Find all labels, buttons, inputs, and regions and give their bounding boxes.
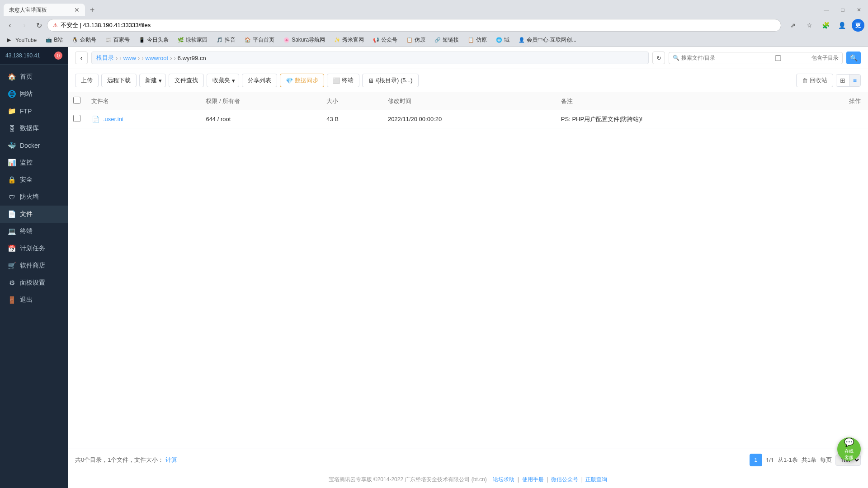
bookmark-item[interactable]: 🌿绿软家园 — [174, 35, 211, 45]
bookmark-item[interactable]: 🌸Sakura导航网 — [280, 35, 329, 45]
bookmark-item[interactable]: ▶YouTube — [4, 36, 40, 44]
sidebar-item-终端[interactable]: 💻终端 — [0, 223, 68, 240]
bookmark-item[interactable]: 📢公众号 — [369, 35, 401, 45]
share-list-button[interactable]: 分享列表 — [242, 74, 277, 87]
nav-item-label: 计划任务 — [20, 244, 45, 253]
sidebar-item-软件商店[interactable]: 🛒软件商店 — [0, 257, 68, 274]
sidebar-item-退出[interactable]: 🚪退出 — [0, 291, 68, 309]
tab-close-button[interactable]: ✕ — [74, 6, 80, 14]
new-tab-button[interactable]: + — [87, 5, 98, 15]
breadcrumb-item[interactable]: wwwroot — [146, 55, 169, 61]
minimize-button[interactable]: — — [821, 5, 832, 15]
remote-download-button[interactable]: 远程下载 — [101, 74, 137, 87]
bookmark-item[interactable]: 🌐域 — [492, 35, 513, 45]
terminal-button[interactable]: ⬜ 终端 — [327, 74, 359, 87]
sidebar-item-Docker[interactable]: 🐳Docker — [0, 137, 68, 154]
sidebar-item-FTP[interactable]: 📁FTP — [0, 103, 68, 120]
bookmarks-button[interactable]: 收藏夹 ▾ — [207, 74, 239, 87]
upload-button[interactable]: 上传 — [75, 74, 99, 87]
col-remark: 备注 — [556, 92, 803, 110]
cast-button[interactable]: ⇗ — [787, 19, 799, 32]
account-button[interactable]: 更 — [852, 19, 864, 32]
bookmark-item[interactable]: 📋仿原 — [464, 35, 491, 45]
sidebar-item-防火墙[interactable]: 🛡防火墙 — [0, 188, 68, 206]
bookmark-item[interactable]: 📺B站 — [42, 35, 66, 45]
sidebar-item-安全[interactable]: 🔒安全 — [0, 171, 68, 188]
bookmark-item[interactable]: 📱今日头条 — [135, 35, 172, 45]
reload-button[interactable]: ↻ — [33, 19, 45, 32]
breadcrumb-path: 根目录 ››www ››wwwroot ››6.wyr99.cn — [91, 52, 649, 64]
sidebar-item-网站[interactable]: 🌐网站 — [0, 85, 68, 103]
address-input[interactable] — [61, 22, 775, 29]
calc-link[interactable]: 计算 — [165, 456, 177, 464]
bookmarks-bar: ▶YouTube📺B站🐧企鹅号📰百家号📱今日头条🌿绿软家园🎵抖音🏠平台首页🌸Sa… — [0, 34, 868, 47]
notification-badge: 0 — [54, 52, 62, 60]
bookmark-item[interactable]: 🏠平台首页 — [241, 35, 278, 45]
nav-icon: 🐳 — [7, 141, 16, 150]
bookmark-button[interactable]: ☆ — [803, 19, 816, 32]
path-icon: 🖥 — [368, 77, 374, 84]
sidebar-item-面板设置[interactable]: ⚙面板设置 — [0, 274, 68, 291]
search-button[interactable]: 🔍 — [846, 52, 861, 64]
page-1-button[interactable]: 1 — [750, 454, 762, 466]
nav-item-label: 安全 — [20, 176, 33, 184]
sidebar-item-数据库[interactable]: 🗄数据库 — [0, 120, 68, 137]
bookmark-item[interactable]: 📋仿原 — [403, 35, 429, 45]
breadcrumb-back-button[interactable]: ‹ — [75, 52, 88, 64]
sidebar-item-首页[interactable]: 🏠首页 — [0, 68, 68, 85]
sidebar-item-文件[interactable]: 📄文件 — [0, 206, 68, 223]
breadcrumb-separator: › — [138, 55, 140, 61]
file-modified: 2022/11/20 00:00:20 — [382, 110, 556, 128]
chat-line2: 客服 — [844, 455, 854, 461]
nav-item-label: 首页 — [20, 73, 33, 81]
page-total-label: 共1条 — [802, 456, 816, 464]
nav-menu: 🏠首页🌐网站📁FTP🗄数据库🐳Docker📊监控🔒安全🛡防火墙📄文件💻终端📅计划… — [0, 65, 68, 488]
recycle-icon: 🗑 — [802, 77, 808, 84]
table-body: 📄 .user.ini 644 / root 43 B 2022/11/20 0… — [68, 110, 868, 128]
bookmark-item[interactable]: 🐧企鹅号 — [68, 35, 100, 45]
row-checkbox[interactable] — [73, 115, 80, 122]
close-window-button[interactable]: ✕ — [854, 5, 864, 15]
browser-tab[interactable]: 未愈人宝塔面板 ✕ — [4, 4, 85, 16]
search-input[interactable] — [681, 55, 745, 61]
include-subdir-checkbox[interactable] — [746, 55, 810, 61]
file-actions — [803, 110, 868, 128]
find-button[interactable]: 文件查找 — [169, 74, 204, 87]
bookmark-item[interactable]: 📰百家号 — [102, 35, 133, 45]
bookmark-item[interactable]: ✨秀米官网 — [330, 35, 368, 45]
forward-button[interactable]: › — [18, 19, 31, 32]
sidebar-item-计划任务[interactable]: 📅计划任务 — [0, 240, 68, 257]
list-view-button[interactable]: ≡ — [849, 75, 860, 86]
breadcrumb-item[interactable]: www — [123, 55, 136, 61]
select-all-checkbox[interactable] — [73, 97, 80, 104]
nav-item-label: 网站 — [20, 90, 33, 98]
bookmark-item[interactable]: 🎵抖音 — [213, 35, 239, 45]
file-name-link[interactable]: .user.ini — [103, 116, 123, 122]
nav-item-label: 数据库 — [20, 124, 39, 132]
bookmark-item[interactable]: 👤会员中心-互联网创... — [515, 35, 580, 45]
official-link[interactable]: 正版查询 — [585, 476, 607, 483]
profile-menu-button[interactable]: 👤 — [835, 19, 848, 32]
new-button[interactable]: 新建 ▾ — [139, 74, 166, 87]
refresh-button[interactable]: ↻ — [652, 52, 665, 64]
maximize-button[interactable]: □ — [837, 5, 848, 15]
path-button[interactable]: 🖥 /(根目录) (5...) — [362, 74, 419, 87]
stats-text: 共0个目录，1个文件，文件大小： — [75, 456, 164, 464]
nav-item-label: 面板设置 — [20, 279, 45, 287]
sidebar-item-监控[interactable]: 📊监控 — [0, 154, 68, 171]
back-button[interactable]: ‹ — [4, 19, 16, 32]
breadcrumb-item[interactable]: 根目录 — [96, 54, 114, 62]
nav-icon: 🚪 — [7, 296, 16, 304]
sync-button[interactable]: 💎 数据同步 — [280, 74, 324, 87]
bookmarks-dropdown-icon: ▾ — [232, 77, 235, 84]
chat-float-button[interactable]: 💬 在线 客服 — [837, 437, 861, 461]
nav-icon: 🛡 — [7, 193, 16, 201]
nav-icon: 🗄 — [7, 125, 16, 132]
extensions-button[interactable]: 🧩 — [819, 19, 832, 32]
forum-link[interactable]: 论坛求助 — [493, 476, 514, 483]
recycle-button[interactable]: 🗑 回收站 — [796, 74, 833, 87]
wechat-link[interactable]: 微信公众号 — [551, 476, 578, 483]
grid-view-button[interactable]: ⊞ — [836, 75, 849, 86]
manual-link[interactable]: 使用手册 — [522, 476, 544, 483]
bookmark-item[interactable]: 🔗短链接 — [431, 35, 462, 45]
